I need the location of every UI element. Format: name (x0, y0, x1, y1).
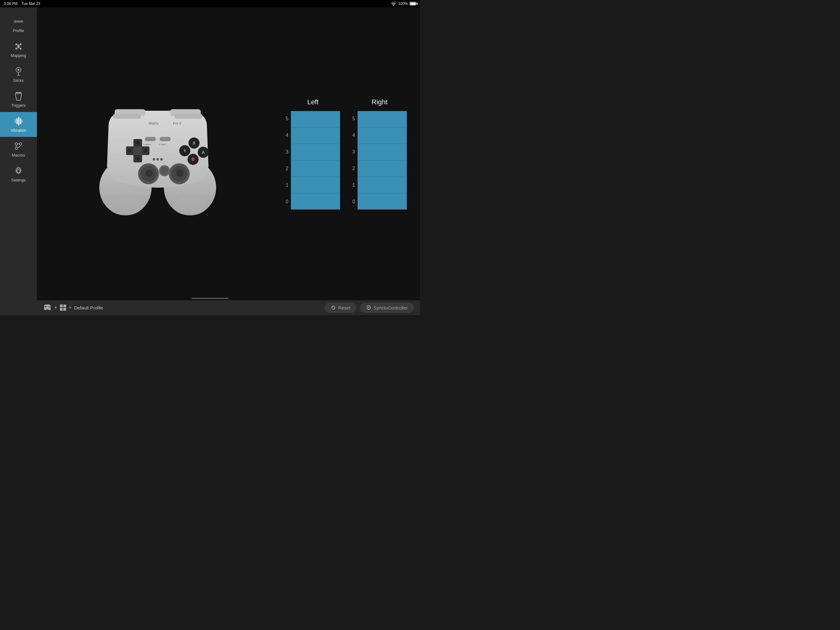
svg-point-68 (173, 197, 207, 215)
left-chart-column: Left 5 4 3 2 1 0 (286, 98, 340, 209)
charts-row: Left 5 4 3 2 1 0 (286, 98, 407, 209)
right-y-label-4: 4 (352, 128, 355, 142)
svg-text:Y: Y (183, 148, 186, 153)
svg-text:A: A (202, 150, 205, 155)
sidebar-item-sticks[interactable]: Sticks (0, 62, 37, 87)
left-bar-segment-0 (291, 193, 340, 210)
triggers-icon (14, 91, 24, 101)
right-bar-segment-1 (358, 177, 407, 193)
left-bar-chart[interactable] (291, 111, 340, 209)
plus-sign-1: + (54, 304, 57, 311)
sidebar-item-vibration[interactable]: Vibration (0, 112, 37, 137)
right-bar-chart[interactable] (358, 111, 407, 209)
bottom-bar-left: + + Default Profile (43, 304, 321, 311)
sidebar-item-settings[interactable]: Settings (0, 162, 37, 187)
vibration-icon (14, 116, 24, 126)
svg-rect-65 (113, 114, 141, 119)
bottom-bar-right: Reset SynctoController (325, 303, 414, 313)
sidebar-mapping-label: Mapping (11, 53, 26, 58)
svg-point-3 (20, 20, 23, 23)
svg-rect-73 (60, 304, 63, 307)
sync-label: SynctoController (374, 305, 408, 310)
svg-point-23 (19, 143, 22, 145)
right-bar-segment-0 (358, 193, 407, 210)
sticks-icon (14, 66, 24, 76)
svg-rect-20 (15, 119, 16, 123)
svg-point-55 (156, 158, 159, 161)
sidebar-macros-label: Macros (12, 153, 25, 157)
battery-icon (409, 2, 416, 6)
svg-point-72 (49, 307, 51, 308)
sidebar-settings-label: Settings (11, 178, 26, 182)
right-y-labels: 5 4 3 2 1 0 (352, 111, 355, 209)
sidebar-profile-label: Profile (13, 28, 24, 33)
sidebar-item-profile[interactable]: Profile (0, 12, 37, 37)
battery-percentage: 100% (398, 2, 408, 6)
svg-text:8BitDo: 8BitDo (148, 122, 159, 125)
main-content: 8BitDo Pro 2 + select + start (37, 7, 420, 300)
y-label-3: 3 (286, 145, 288, 159)
svg-point-67 (109, 197, 142, 215)
y-label-2: 2 (286, 161, 288, 176)
controller-area: 8BitDo Pro 2 + select + start (37, 83, 279, 225)
sync-button[interactable]: SynctoController (360, 303, 414, 313)
controller-icon (43, 304, 52, 311)
svg-point-4 (17, 45, 20, 47)
right-y-label-1: 1 (352, 178, 355, 192)
svg-rect-76 (63, 308, 66, 311)
svg-point-79 (368, 307, 369, 308)
left-chart-with-labels: 5 4 3 2 1 0 (286, 111, 340, 209)
right-bar-segment-5 (358, 111, 407, 128)
right-y-label-2: 2 (352, 161, 355, 176)
svg-text:Pro 2: Pro 2 (173, 122, 181, 125)
svg-point-2 (17, 20, 20, 23)
left-chart-title: Left (307, 98, 319, 106)
sidebar: Profile Mapping (0, 7, 37, 315)
right-bar-segment-4 (358, 128, 407, 144)
sync-icon (366, 305, 371, 310)
plus-sign-2: + (69, 304, 72, 311)
svg-rect-19 (20, 119, 21, 124)
svg-text:+ start: + start (159, 143, 166, 146)
right-chart-column: Right 5 4 3 2 1 0 (352, 98, 407, 209)
y-label-0: 0 (286, 195, 288, 209)
right-chart-title: Right (372, 98, 387, 106)
svg-rect-75 (60, 308, 63, 311)
svg-point-59 (145, 169, 153, 177)
y-label-1: 1 (286, 178, 288, 192)
svg-rect-36 (159, 137, 171, 141)
vibration-chart-area: Left 5 4 3 2 1 0 (279, 7, 420, 300)
svg-point-56 (160, 158, 163, 161)
controller-image: 8BitDo Pro 2 + select + start (78, 89, 238, 218)
reset-label: Reset (338, 305, 350, 310)
svg-rect-18 (18, 117, 19, 125)
right-y-label-5: 5 (352, 112, 355, 126)
sidebar-item-triggers[interactable]: Triggers (0, 87, 37, 112)
right-y-label-3: 3 (352, 145, 355, 159)
right-y-label-0: 0 (352, 195, 355, 209)
status-time: 3:08 PM (4, 2, 17, 6)
right-chart-with-labels: 5 4 3 2 1 0 (352, 111, 407, 209)
left-bar-segment-4 (291, 128, 340, 144)
svg-rect-74 (63, 304, 66, 307)
sidebar-item-mapping[interactable]: Mapping (0, 37, 37, 62)
bottom-bar: + + Default Profile Reset SynctoControll… (37, 300, 420, 315)
svg-point-64 (161, 167, 169, 175)
y-label-5: 5 (286, 112, 288, 126)
sidebar-item-macros[interactable]: Macros (0, 137, 37, 162)
right-bar-segment-2 (358, 161, 407, 177)
right-bar-segment-3 (358, 144, 407, 161)
svg-point-22 (15, 143, 17, 145)
sidebar-vibration-label: Vibration (11, 128, 26, 133)
wifi-icon (391, 2, 396, 6)
svg-point-16 (17, 75, 20, 76)
y-label-4: 4 (286, 128, 288, 142)
left-bar-segment-5 (291, 111, 340, 128)
status-date: Tue Mar 23 (22, 2, 40, 6)
svg-point-71 (49, 306, 49, 307)
sidebar-sticks-label: Sticks (13, 78, 24, 83)
svg-rect-21 (22, 119, 22, 123)
svg-rect-17 (16, 119, 17, 124)
svg-text:+ select: + select (142, 143, 151, 146)
reset-button[interactable]: Reset (325, 303, 356, 313)
